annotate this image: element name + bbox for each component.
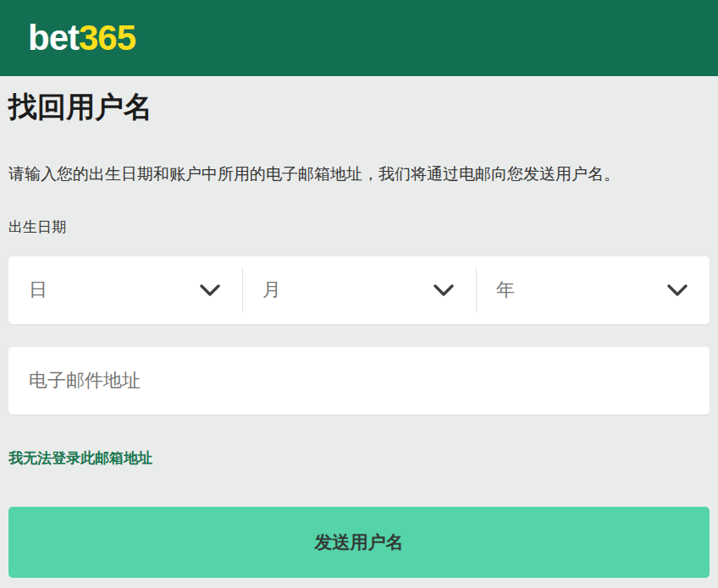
cant-access-email-link[interactable]: 我无法登录此邮箱地址 bbox=[8, 448, 152, 468]
bet365-logo[interactable]: bet365 bbox=[28, 20, 135, 56]
logo-bet-text: bet bbox=[28, 18, 79, 58]
dob-select-group: 日 月 年 bbox=[8, 256, 710, 324]
dob-label: 出生日期 bbox=[8, 217, 710, 237]
day-select-value: 日 bbox=[29, 278, 47, 303]
year-select[interactable]: 年 bbox=[476, 256, 710, 324]
send-username-button[interactable]: 发送用户名 bbox=[8, 507, 710, 578]
instructions-text: 请输入您的出生日期和账户中所用的电子邮箱地址，我们将通过电邮向您发送用户名。 bbox=[8, 162, 710, 185]
logo-365-text: 365 bbox=[79, 18, 135, 58]
year-select-value: 年 bbox=[496, 278, 515, 303]
day-select[interactable]: 日 bbox=[8, 256, 242, 324]
chevron-down-icon bbox=[434, 283, 454, 297]
email-input[interactable] bbox=[8, 347, 710, 415]
page-title: 找回用户名 bbox=[8, 90, 710, 124]
chevron-down-icon bbox=[667, 283, 688, 297]
month-select-value: 月 bbox=[262, 278, 281, 303]
header: bet365 bbox=[0, 0, 718, 76]
month-select[interactable]: 月 bbox=[242, 256, 476, 324]
main-content: 找回用户名 请输入您的出生日期和账户中所用的电子邮箱地址，我们将通过电邮向您发送… bbox=[0, 90, 718, 578]
chevron-down-icon bbox=[200, 283, 220, 297]
